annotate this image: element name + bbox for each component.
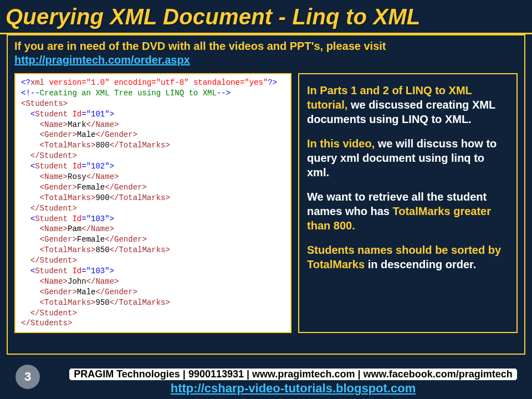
- xml-decl-attrs: version="1.0" encoding="utf-8" standalon…: [44, 78, 268, 87]
- footer-text: PRAGIM Technologies | 9900113931 | www.p…: [61, 369, 525, 396]
- side-p3: We want to retrieve all the student name…: [307, 190, 509, 233]
- intro-text: If you are in need of the DVD with all t…: [14, 40, 518, 53]
- two-columns: <?xml version="1.0" encoding="utf-8" sta…: [14, 73, 518, 333]
- footer-link[interactable]: http://csharp-video-tutorials.blogspot.c…: [171, 381, 416, 395]
- content-box: If you are in need of the DVD with all t…: [7, 34, 525, 355]
- page-number: 3: [16, 365, 40, 389]
- side-p1: In Parts 1 and 2 of LINQ to XML tutorial…: [307, 83, 509, 126]
- xml-decl-close: ?>: [268, 78, 277, 87]
- footer: 3 PRAGIM Technologies | 9900113931 | www…: [0, 361, 532, 399]
- xml-decl-xml: xml: [30, 78, 44, 87]
- side-p4: Students names should be sorted by Total…: [307, 243, 509, 272]
- slide-title: Querying XML Document - Linq to XML: [0, 0, 532, 34]
- slide: Querying XML Document - Linq to XML If y…: [0, 0, 532, 399]
- side-panel: In Parts 1 and 2 of LINQ to XML tutorial…: [298, 73, 518, 333]
- xml-code-panel: <?xml version="1.0" encoding="utf-8" sta…: [14, 73, 291, 333]
- side-p2: In this video, we will discuss how to qu…: [307, 136, 509, 180]
- xml-decl-open: <?: [21, 78, 30, 87]
- footer-info: PRAGIM Technologies | 9900113931 | www.p…: [70, 369, 516, 380]
- intro-link[interactable]: http://pragimtech.com/order.aspx: [14, 54, 190, 66]
